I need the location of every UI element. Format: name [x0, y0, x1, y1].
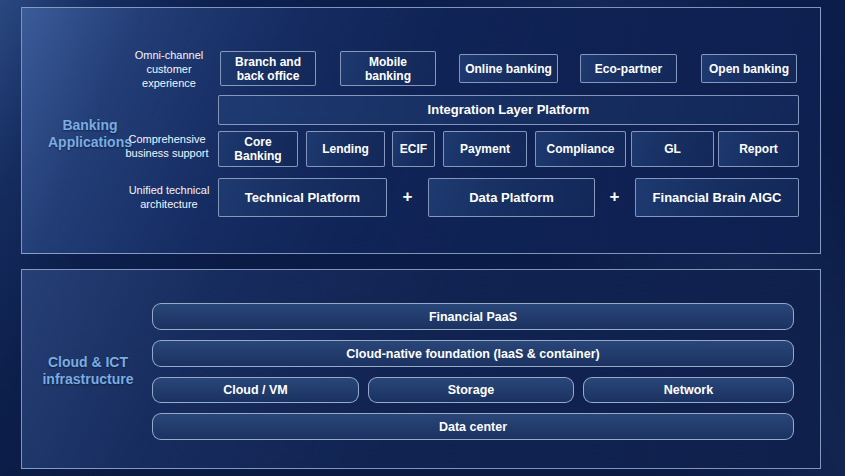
box-gl: GL — [631, 131, 714, 167]
box-network: Network — [583, 377, 794, 403]
box-ecif: ECIF — [392, 131, 435, 167]
architecture-diagram: Banking Applications Omni-channel custom… — [0, 0, 845, 476]
box-data-center: Data center — [152, 413, 794, 440]
box-lending: Lending — [306, 131, 385, 167]
box-financial-paas: Financial PaaS — [152, 303, 794, 330]
plus-sign-2: + — [598, 185, 631, 209]
box-data-platform: Data Platform — [428, 178, 595, 217]
box-branch-and-back-office: Branch and back office — [220, 51, 316, 86]
box-eco-partner: Eco-partner — [580, 54, 677, 83]
box-mobile-banking: Mobile banking — [340, 51, 436, 86]
plus-sign-1: + — [391, 185, 424, 209]
row-label-omni-channel: Omni-channel customer experience — [121, 48, 217, 90]
box-open-banking: Open banking — [701, 54, 797, 83]
box-report: Report — [718, 131, 799, 167]
box-integration-layer-platform: Integration Layer Platform — [218, 95, 799, 125]
box-compliance: Compliance — [535, 131, 626, 167]
box-cloud-native-foundation: Cloud-native foundation (IaaS & containe… — [152, 340, 794, 367]
box-financial-brain-aigc: Financial Brain AIGC — [635, 178, 799, 217]
box-core-banking: Core Banking — [218, 131, 298, 167]
box-online-banking: Online banking — [459, 54, 558, 83]
cloud-ict-title: Cloud & ICT infrastructure — [28, 354, 148, 388]
row-label-unified-architecture: Unified technical architecture — [121, 183, 217, 211]
row-label-business-support: Comprehensive business support — [117, 132, 217, 160]
box-cloud-vm: Cloud / VM — [152, 377, 359, 403]
box-payment: Payment — [443, 131, 527, 167]
box-storage: Storage — [368, 377, 574, 403]
box-technical-platform: Technical Platform — [218, 178, 387, 217]
